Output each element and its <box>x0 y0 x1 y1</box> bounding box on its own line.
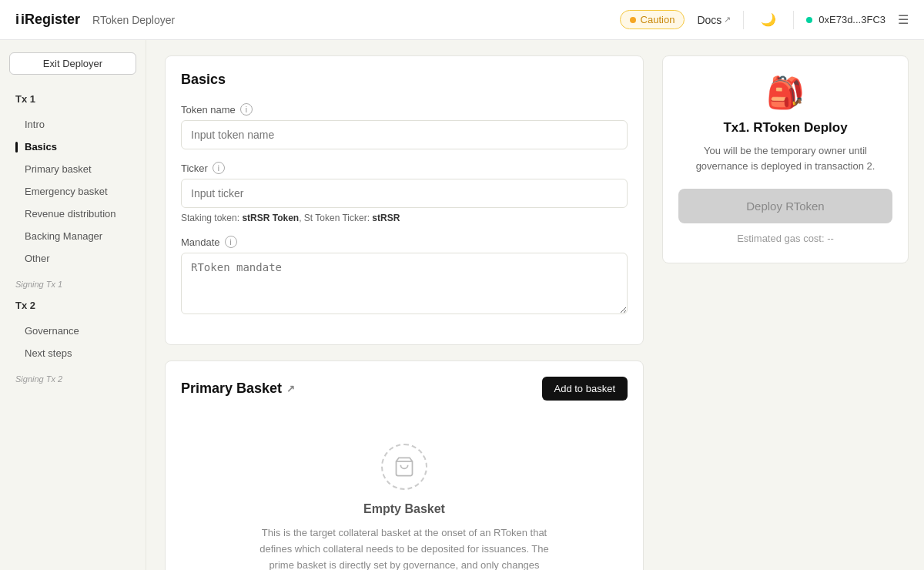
mandate-label-row: Mandate i <box>181 236 628 248</box>
header-divider <box>743 11 744 29</box>
basket-header: Primary Basket ↗ Add to basket <box>181 377 628 401</box>
sidebar-item-other[interactable]: Other <box>9 248 136 269</box>
empty-basket-title: Empty Basket <box>363 502 445 516</box>
tx-deploy-title: Tx1. RToken Deploy <box>678 120 892 136</box>
wallet-connected-icon <box>806 17 812 23</box>
empty-basket-desc: This is the target collateral basket at … <box>258 525 551 570</box>
sidebar-item-governance[interactable]: Governance <box>9 320 136 341</box>
tx-deploy-icon: 🎒 <box>678 75 892 111</box>
tx1-group-label: Tx 1 <box>9 90 136 108</box>
token-name-label: Token name <box>181 104 236 116</box>
sidebar-item-intro[interactable]: Intro <box>9 114 136 135</box>
mandate-group: Mandate i <box>181 236 628 317</box>
sidebar-item-label: Basics <box>25 141 57 153</box>
mandate-textarea[interactable] <box>181 253 628 314</box>
empty-basket: Empty Basket This is the target collater… <box>181 413 628 570</box>
basics-card: Basics Token name i Ticker i Staking tok… <box>165 55 644 345</box>
wallet-info: 0xE73d...3FC3 <box>806 14 886 25</box>
docs-label: Docs <box>697 14 721 26</box>
token-name-info-icon[interactable]: i <box>240 103 253 116</box>
mandate-info-icon[interactable]: i <box>225 236 237 248</box>
ticker-input[interactable] <box>181 179 628 208</box>
menu-icon[interactable]: ☰ <box>898 12 909 27</box>
tx2-group-label: Tx 2 <box>9 297 136 314</box>
caution-label: Caution <box>641 14 675 25</box>
primary-basket-card: Primary Basket ↗ Add to basket Empty Bas… <box>165 360 644 570</box>
external-link-icon: ↗ <box>724 15 731 25</box>
token-name-group: Token name i <box>181 103 628 149</box>
sidebar-item-label: Governance <box>25 325 79 337</box>
deploy-rtoken-button[interactable]: Deploy RToken <box>678 189 892 223</box>
wallet-address: 0xE73d...3FC3 <box>819 14 886 25</box>
token-name-label-row: Token name i <box>181 103 628 116</box>
signing-tx2-label: Signing Tx 2 <box>9 370 136 388</box>
token-name-input[interactable] <box>181 120 628 149</box>
main-content: Basics Token name i Ticker i Staking tok… <box>146 40 662 570</box>
sidebar-item-label: Next steps <box>25 347 72 359</box>
exit-deployer-button[interactable]: Exit Deployer <box>9 52 136 75</box>
sidebar: Exit Deployer Tx 1 Intro Basics Primary … <box>0 40 146 570</box>
tx-deploy-desc: You will be the temporary owner until go… <box>678 143 892 173</box>
header-divider-2 <box>793 11 794 29</box>
app-logo: i iRegister <box>15 12 80 28</box>
basket-title-text: Primary Basket <box>181 381 282 397</box>
sidebar-item-next-steps[interactable]: Next steps <box>9 343 136 364</box>
signing-tx1-label: Signing Tx 1 <box>9 275 136 293</box>
tx-deploy-card: 🎒 Tx1. RToken Deploy You will be the tem… <box>662 55 909 263</box>
sidebar-item-label: Revenue distribution <box>25 208 116 220</box>
sidebar-item-primary-basket[interactable]: Primary basket <box>9 159 136 179</box>
gas-cost-label: Estimated gas cost: -- <box>678 233 892 244</box>
dark-mode-button[interactable]: 🌙 <box>756 8 781 32</box>
staking-token-name: stRSR Token <box>242 213 299 223</box>
sidebar-item-label: Emergency basket <box>25 186 108 197</box>
sidebar-item-basics[interactable]: Basics <box>9 136 136 157</box>
docs-link[interactable]: Docs ↗ <box>697 14 731 26</box>
sidebar-item-label: Intro <box>25 119 45 130</box>
mandate-label: Mandate <box>181 236 220 248</box>
ticker-info-icon[interactable]: i <box>213 162 225 174</box>
basics-title: Basics <box>181 72 628 88</box>
sidebar-item-revenue-distribution[interactable]: Revenue distribution <box>9 203 136 224</box>
basket-external-link-icon: ↗ <box>286 383 295 394</box>
sidebar-item-label: Other <box>25 253 50 264</box>
sidebar-item-emergency-basket[interactable]: Emergency basket <box>9 181 136 202</box>
staking-note: Staking token: stRSR Token, St Token Tic… <box>181 213 628 223</box>
sidebar-item-label: Primary basket <box>25 163 92 175</box>
caution-badge[interactable]: Caution <box>620 10 685 29</box>
right-panel: 🎒 Tx1. RToken Deploy You will be the tem… <box>662 40 924 570</box>
tx2-group: Tx 2 Governance Next steps <box>9 297 136 364</box>
ticker-label-row: Ticker i <box>181 162 628 174</box>
sidebar-item-backing-manager[interactable]: Backing Manager <box>9 226 136 246</box>
caution-dot-icon <box>630 17 636 23</box>
logo-icon: i <box>15 12 19 28</box>
ticker-label: Ticker <box>181 163 208 174</box>
header-title: RToken Deployer <box>92 14 175 26</box>
logo-text: iRegister <box>21 12 80 28</box>
add-to-basket-button[interactable]: Add to basket <box>542 377 628 401</box>
app-header: i iRegister RToken Deployer Caution Docs… <box>0 0 924 40</box>
ticker-group: Ticker i Staking token: stRSR Token, St … <box>181 162 628 223</box>
main-layout: Exit Deployer Tx 1 Intro Basics Primary … <box>0 40 924 570</box>
primary-basket-title: Primary Basket ↗ <box>181 381 295 397</box>
staking-ticker: stRSR <box>372 213 400 223</box>
empty-basket-icon <box>381 444 427 490</box>
sidebar-item-label: Backing Manager <box>25 230 102 242</box>
